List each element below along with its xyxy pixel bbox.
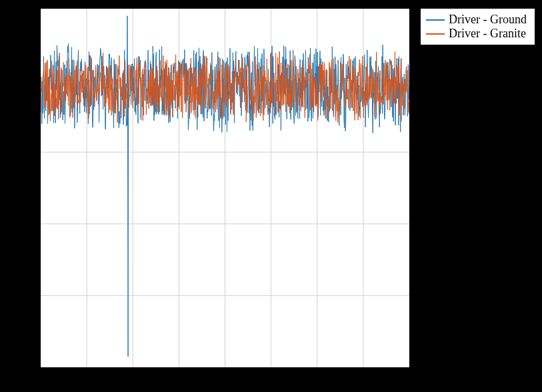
legend-label: Driver - Ground (449, 13, 527, 27)
chart-figure: Driver - Ground Driver - Granite (0, 0, 542, 392)
legend: Driver - Ground Driver - Granite (420, 8, 535, 45)
legend-item: Driver - Ground (426, 13, 527, 27)
legend-item: Driver - Granite (426, 27, 527, 41)
legend-swatch-icon (426, 19, 445, 21)
plot-area (40, 8, 410, 368)
plot-canvas (41, 9, 409, 367)
legend-swatch-icon (426, 33, 445, 35)
legend-label: Driver - Granite (449, 27, 526, 41)
